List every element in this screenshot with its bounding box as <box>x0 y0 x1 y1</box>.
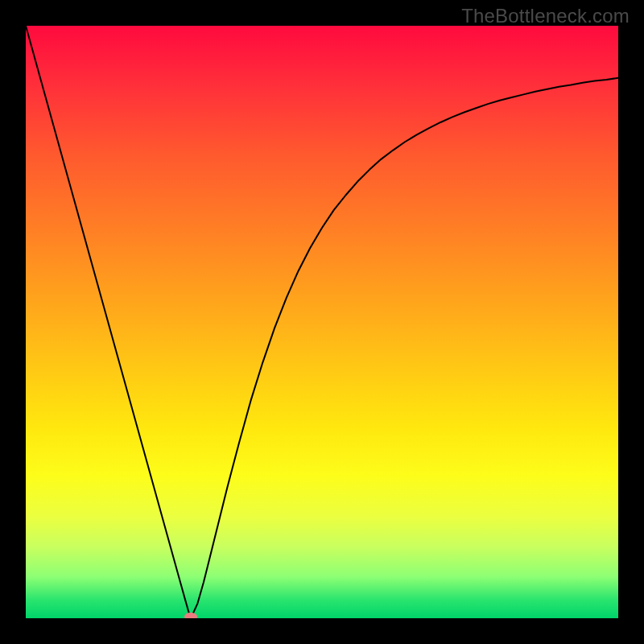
chart-frame: TheBottleneck.com <box>0 0 644 644</box>
chart-curve <box>26 26 618 618</box>
plot-area <box>26 26 618 618</box>
min-marker-icon <box>184 613 197 618</box>
watermark-text: TheBottleneck.com <box>461 5 630 27</box>
